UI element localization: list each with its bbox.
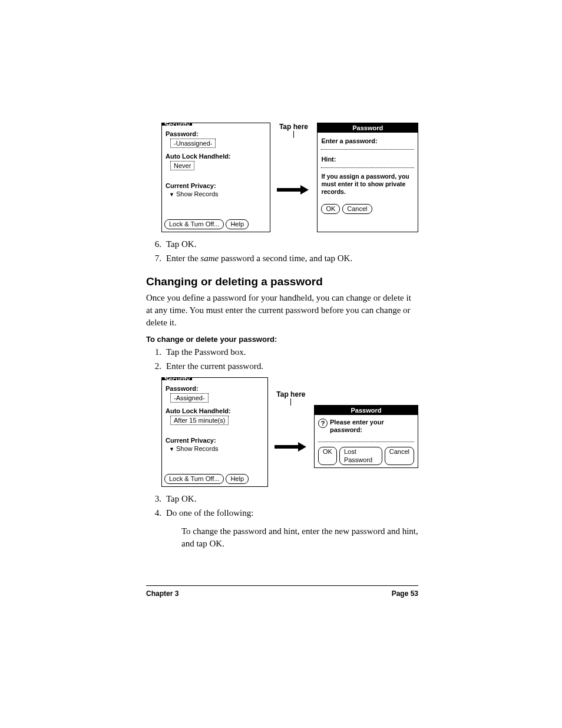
callout-line bbox=[293, 131, 294, 138]
hint-input-line[interactable] bbox=[321, 166, 414, 168]
figure-1: Security Password: -Unassigned- Auto Loc… bbox=[161, 123, 418, 232]
arrow-right-icon bbox=[275, 443, 308, 450]
sub-paragraph: To change the password and hint, enter t… bbox=[181, 525, 418, 550]
lost-password-button[interactable]: Lost Password bbox=[339, 447, 382, 465]
autolock-box[interactable]: Never bbox=[170, 161, 194, 170]
tap-here-label: Tap here bbox=[276, 390, 305, 398]
paragraph: Once you define a password for your hand… bbox=[146, 292, 418, 329]
step-2: 2. Enter the current password. bbox=[146, 360, 418, 373]
help-button[interactable]: Help bbox=[226, 219, 249, 229]
hint-label: Hint: bbox=[321, 156, 414, 163]
password-input-line[interactable] bbox=[321, 148, 414, 150]
lock-turn-off-button[interactable]: Lock & Turn Off... bbox=[164, 474, 224, 484]
chevron-down-icon: ▼ bbox=[169, 446, 174, 452]
privacy-label: Current Privacy: bbox=[166, 437, 264, 444]
step-text: Tap the Password box. bbox=[166, 346, 418, 358]
enter-password-label: Enter a password: bbox=[321, 137, 414, 144]
step-number: 4. bbox=[146, 507, 166, 519]
section-heading: Changing or deleting a password bbox=[146, 275, 418, 288]
security-screen-2: Security Password: -Assigned- Auto Lock … bbox=[161, 377, 268, 487]
privacy-value: Show Records bbox=[176, 190, 219, 197]
help-button[interactable]: Help bbox=[226, 474, 249, 484]
step-number: 1. bbox=[146, 346, 166, 358]
cancel-button[interactable]: Cancel bbox=[342, 204, 372, 214]
password-input-line[interactable] bbox=[318, 440, 414, 442]
step-6: 6. Tap OK. bbox=[146, 238, 418, 251]
privacy-value: Show Records bbox=[176, 445, 219, 452]
step-number: 7. bbox=[146, 252, 166, 265]
figure-2: Security Password: -Assigned- Auto Lock … bbox=[161, 377, 418, 487]
step-number: 6. bbox=[146, 238, 166, 251]
password-message: If you assign a password, you must enter… bbox=[321, 173, 414, 196]
step-text: Do one of the following: bbox=[166, 507, 418, 519]
tap-here-label: Tap here bbox=[279, 123, 308, 131]
privacy-label: Current Privacy: bbox=[166, 182, 266, 189]
password-label: Password: bbox=[166, 130, 266, 137]
privacy-dropdown[interactable]: ▼ Show Records bbox=[169, 190, 266, 197]
step-number: 2. bbox=[146, 360, 166, 373]
chevron-down-icon: ▼ bbox=[169, 192, 174, 197]
autolock-box[interactable]: After 15 minute(s) bbox=[170, 416, 229, 425]
arrow-right-icon bbox=[277, 186, 310, 193]
page-footer: Chapter 3 Page 53 bbox=[146, 585, 418, 598]
page: Security Password: -Unassigned- Auto Loc… bbox=[0, 0, 562, 657]
password-dialog-2: Password ? Please enter your password: O… bbox=[314, 405, 418, 469]
tap-here-callout-2: Tap here bbox=[268, 377, 314, 486]
password-prompt: Please enter your password: bbox=[330, 419, 414, 435]
step-4: 4. Do one of the following: bbox=[146, 507, 418, 519]
password-box[interactable]: -Assigned- bbox=[170, 393, 209, 403]
footer-chapter: Chapter 3 bbox=[146, 589, 178, 598]
password-box[interactable]: -Unassigned- bbox=[170, 139, 216, 148]
callout-line bbox=[290, 398, 291, 406]
step-1: 1. Tap the Password box. bbox=[146, 346, 418, 358]
cancel-button[interactable]: Cancel bbox=[385, 447, 414, 465]
privacy-dropdown[interactable]: ▼ Show Records bbox=[169, 445, 264, 452]
step-text: Enter the same password a second time, a… bbox=[166, 252, 418, 265]
password-dialog-title: Password bbox=[315, 406, 418, 415]
tap-here-callout-1: Tap here bbox=[270, 123, 318, 231]
autolock-label: Auto Lock Handheld: bbox=[166, 153, 266, 160]
ok-button[interactable]: OK bbox=[321, 204, 340, 214]
question-icon: ? bbox=[318, 419, 328, 428]
step-number: 3. bbox=[146, 493, 166, 505]
ok-button[interactable]: OK bbox=[318, 447, 337, 465]
step-3: 3. Tap OK. bbox=[146, 493, 418, 505]
footer-page: Page 53 bbox=[392, 589, 418, 598]
step-text: Tap OK. bbox=[166, 238, 418, 251]
step-text: Enter the current password. bbox=[166, 360, 418, 373]
procedure-heading: To change or delete your password: bbox=[146, 335, 418, 344]
password-dialog-1: Password Enter a password: Hint: If you … bbox=[317, 123, 418, 232]
password-dialog-title: Password bbox=[318, 123, 418, 133]
lock-turn-off-button[interactable]: Lock & Turn Off... bbox=[164, 219, 224, 229]
autolock-label: Auto Lock Handheld: bbox=[166, 407, 264, 414]
password-label: Password: bbox=[166, 385, 264, 392]
security-screen-1: Security Password: -Unassigned- Auto Loc… bbox=[161, 123, 270, 232]
step-text: Tap OK. bbox=[166, 493, 418, 505]
step-7: 7. Enter the same password a second time… bbox=[146, 252, 418, 265]
